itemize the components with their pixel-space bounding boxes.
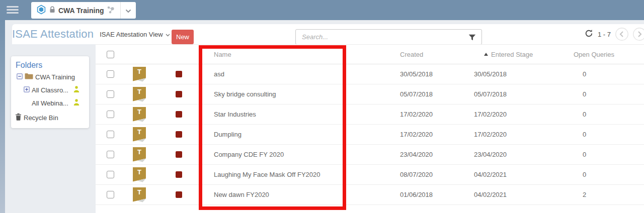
- workspace-dropdown-button[interactable]: [121, 2, 136, 19]
- record-open-queries: 2: [571, 191, 644, 198]
- network-share-icon: [107, 6, 115, 15]
- record-entered-stage: 17/02/2020: [473, 111, 571, 118]
- app-screen: CWA Training ISAE Attestation ISAE Attes…: [0, 0, 644, 213]
- column-header-entered-stage[interactable]: Entered Stage: [473, 51, 571, 58]
- hamburger-menu-icon[interactable]: [7, 6, 19, 14]
- row-checkbox[interactable]: [107, 70, 114, 78]
- list-controls: 1 - 7: [585, 24, 644, 44]
- task-badge-icon: T: [133, 67, 146, 82]
- row-checkbox[interactable]: [107, 171, 114, 178]
- record-created: 05/07/2018: [377, 90, 473, 98]
- sidebar-item-label: All Webina...: [32, 99, 68, 107]
- row-checkbox[interactable]: [107, 151, 114, 158]
- record-created: 01/06/2018: [377, 191, 473, 198]
- record-created: 30/05/2018: [377, 70, 473, 78]
- row-checkbox[interactable]: [107, 90, 114, 98]
- view-dropdown-label: ISAE Attestation View: [100, 31, 163, 38]
- record-name[interactable]: New dawn FY2020: [200, 191, 377, 198]
- search-box: [295, 29, 482, 45]
- expand-icon[interactable]: [24, 86, 30, 94]
- sort-ascending-icon: [484, 53, 488, 56]
- page-body: ISAE Attestation ISAE Attestation View N…: [0, 20, 644, 213]
- view-dropdown[interactable]: ISAE Attestation View: [100, 31, 170, 38]
- record-name[interactable]: Company CDE FY 2020: [200, 151, 377, 158]
- record-name[interactable]: Sky bridge consulting: [200, 90, 377, 98]
- record-entered-stage: 30/05/2018: [473, 70, 571, 78]
- task-badge-icon: T: [133, 147, 146, 162]
- table-row[interactable]: T Sky bridge consulting 05/07/2018 05/07…: [96, 84, 644, 104]
- row-checkbox[interactable]: [107, 131, 114, 138]
- column-header-open-queries[interactable]: Open Queries: [571, 51, 644, 58]
- previous-page-button[interactable]: [615, 28, 628, 41]
- table-row[interactable]: T Laughing My Face Mask Off FY2020 08/07…: [96, 165, 644, 185]
- table-row[interactable]: T New dawn FY2020 01/06/2018 04/02/2021 …: [96, 185, 644, 205]
- record-name[interactable]: Laughing My Face Mask Off FY2020: [200, 171, 377, 178]
- table-row[interactable]: T Dumpling 17/02/2020 17/02/2020 0: [96, 125, 644, 145]
- record-created: 17/02/2020: [377, 131, 473, 138]
- table-row[interactable]: T Company CDE FY 2020 23/04/2020 23/04/2…: [96, 145, 644, 165]
- task-badge-icon: T: [133, 107, 146, 122]
- trash-icon: [15, 113, 22, 122]
- record-open-queries: 0: [571, 70, 644, 78]
- record-entered-stage: 04/02/2021: [473, 191, 571, 198]
- user-icon: [73, 99, 79, 107]
- select-all-checkbox[interactable]: [107, 51, 114, 58]
- record-created: 17/02/2020: [377, 111, 473, 118]
- refresh-icon[interactable]: [585, 29, 593, 40]
- user-icon: [73, 86, 79, 94]
- record-name[interactable]: asd: [200, 70, 377, 78]
- column-header-name[interactable]: Name: [200, 51, 377, 58]
- sidebar-item-cwa-training[interactable]: CWA Training: [17, 73, 75, 81]
- record-created: 08/07/2020: [377, 171, 473, 178]
- sidebar-item-all-classrooms[interactable]: All Classro...: [24, 86, 79, 94]
- table-row[interactable]: T Star Industries 17/02/2020 17/02/2020 …: [96, 104, 644, 125]
- record-created: 23/04/2020: [377, 151, 473, 158]
- lock-icon: [49, 6, 55, 15]
- status-flag-icon: [176, 151, 182, 158]
- record-open-queries: 0: [571, 171, 644, 178]
- collapse-icon[interactable]: [17, 73, 23, 81]
- status-flag-icon: [176, 171, 182, 178]
- status-flag-icon: [176, 71, 182, 77]
- table-row[interactable]: T asd 30/05/2018 30/05/2018 0: [96, 64, 644, 84]
- record-entered-stage: 23/04/2020: [473, 151, 571, 158]
- record-open-queries: 0: [571, 90, 644, 98]
- status-flag-icon: [176, 191, 182, 198]
- record-entered-stage: 04/02/2021: [473, 171, 571, 178]
- task-badge-icon: T: [133, 127, 146, 142]
- sidebar-item-recycle-bin[interactable]: Recycle Bin: [15, 113, 58, 122]
- title-area: ISAE Attestation ISAE Attestation View: [12, 24, 170, 44]
- record-open-queries: 0: [571, 151, 644, 158]
- sidebar-item-label: Recycle Bin: [24, 114, 58, 122]
- page-header: ISAE Attestation ISAE Attestation View N…: [12, 24, 644, 44]
- workspace-label: CWA Training: [58, 7, 104, 15]
- sidebar-item-label: CWA Training: [35, 73, 75, 81]
- status-flag-icon: [176, 111, 182, 118]
- folders-title: Folders: [16, 61, 42, 70]
- sidebar-item-all-webinars[interactable]: All Webina...: [32, 99, 79, 107]
- new-button[interactable]: New: [172, 30, 194, 44]
- row-checkbox[interactable]: [107, 191, 114, 198]
- record-name[interactable]: Star Industries: [200, 111, 377, 118]
- record-open-queries: 0: [571, 111, 644, 118]
- sidebar-item-label: All Classro...: [32, 86, 68, 94]
- pagination-range: 1 - 7: [598, 31, 611, 38]
- row-checkbox[interactable]: [107, 111, 114, 118]
- task-badge-icon: T: [133, 87, 146, 102]
- status-flag-icon: [176, 91, 182, 97]
- status-flag-icon: [176, 131, 182, 138]
- task-badge-icon: T: [133, 187, 146, 202]
- next-page-button[interactable]: [633, 28, 644, 41]
- filter-icon[interactable]: [468, 34, 476, 43]
- column-header-created[interactable]: Created: [377, 51, 473, 58]
- record-name[interactable]: Dumpling: [200, 131, 377, 138]
- workspace-switcher-main[interactable]: CWA Training: [31, 2, 120, 19]
- task-badge-icon: T: [133, 167, 146, 182]
- topbar: CWA Training: [0, 0, 644, 20]
- search-input[interactable]: [296, 30, 481, 44]
- left-accent-strip: [0, 20, 5, 213]
- record-open-queries: 0: [571, 131, 644, 138]
- folders-panel: Folders CWA Training All Classro...: [11, 56, 89, 128]
- record-entered-stage: 17/02/2020: [473, 131, 571, 138]
- workspace-switcher[interactable]: CWA Training: [31, 2, 136, 19]
